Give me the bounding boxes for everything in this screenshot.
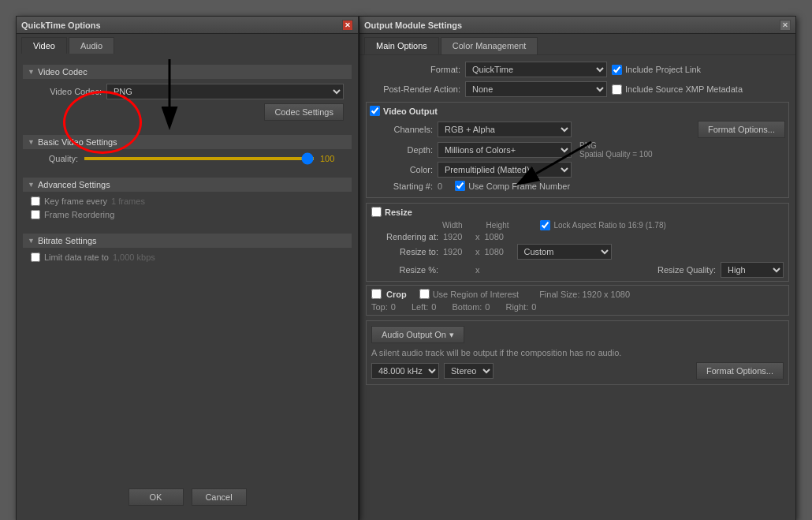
- video-output-section: Video Output Channels: RGB + Alpha Forma…: [366, 102, 789, 198]
- tab-audio[interactable]: Audio: [69, 37, 114, 54]
- collapse-arrow-icon2: ▼: [28, 138, 35, 146]
- keyframe-label: Key frame every: [44, 196, 107, 206]
- lock-aspect-checkbox[interactable]: [540, 220, 550, 230]
- include-xmp-label: Include Source XMP Metadata: [612, 84, 743, 95]
- png-info-line1: PNG: [579, 141, 653, 150]
- format-options-button[interactable]: Format Options...: [698, 121, 785, 138]
- crop-checkbox[interactable]: [371, 289, 382, 299]
- rendering-x: x: [475, 232, 480, 241]
- color-row: Color: Premultiplied (Matted): [370, 162, 785, 178]
- crop-section: Crop Use Region of Interest Final Size: …: [366, 285, 789, 316]
- left-label: Left:: [412, 302, 428, 312]
- limit-rate-row: Limit data rate to 1,000 kbps: [31, 253, 344, 262]
- quicktime-title: QuickTime Options: [21, 21, 101, 30]
- qt-content: ▼ Video Codec Video Codec: PNG Codec Set…: [17, 54, 358, 520]
- right-label: Right:: [505, 302, 528, 312]
- oms-form: Format: QuickTime Include Project Link P…: [359, 55, 795, 396]
- post-render-label: Post-Render Action:: [366, 84, 460, 94]
- resize-pct-label: Resize %:: [371, 265, 438, 275]
- audio-format-options-button[interactable]: Format Options...: [696, 362, 784, 380]
- bitrate-label: Bitrate Settings: [38, 236, 97, 245]
- bitrate-body: Limit data rate to 1,000 kbps: [23, 248, 352, 267]
- oms-close-button[interactable]: ✕: [780, 20, 791, 31]
- include-xmp-checkbox[interactable]: [612, 84, 622, 95]
- basic-video-body: Quality: 100: [23, 149, 352, 168]
- video-codec-dropdown[interactable]: PNG: [106, 84, 344, 99]
- codec-settings-button[interactable]: Codec Settings: [264, 103, 344, 121]
- rendering-width: 1920: [443, 232, 471, 241]
- video-codec-body: Video Codec: PNG Codec Settings: [23, 79, 352, 125]
- bottom-label: Bottom:: [452, 302, 482, 312]
- quality-row: Quality: 100: [31, 154, 344, 163]
- crop-top: Top: 0: [371, 302, 396, 312]
- advanced-body: Key frame every 1 frames Frame Reorderin…: [23, 192, 352, 224]
- video-codec-header[interactable]: ▼ Video Codec: [23, 65, 352, 79]
- width-col-header: Width: [442, 221, 463, 230]
- use-comp-frame-checkbox[interactable]: [455, 181, 465, 191]
- video-output-checkbox[interactable]: [370, 106, 380, 116]
- color-label: Color:: [370, 165, 433, 174]
- cancel-button[interactable]: Cancel: [192, 488, 247, 506]
- frame-reorder-label: Frame Reordering: [44, 210, 114, 219]
- starting-row: Starting #: 0 Use Comp Frame Number: [370, 181, 785, 191]
- post-render-dropdown[interactable]: None: [465, 81, 607, 97]
- format-dropdown[interactable]: QuickTime: [465, 62, 607, 77]
- oms-title-bar: Output Module Settings ✕: [359, 17, 795, 34]
- quality-slider[interactable]: [84, 157, 314, 160]
- resize-section: Resize Width Height Lock Aspect Ratio to…: [366, 203, 789, 282]
- bitrate-section: ▼ Bitrate Settings Limit data rate to 1,…: [23, 234, 352, 267]
- qt-button-bar: OK Cancel: [23, 481, 352, 514]
- resize-preset-dropdown[interactable]: Custom: [517, 244, 612, 260]
- limit-rate-value: 1,000 kbps: [113, 253, 155, 262]
- close-button[interactable]: ✕: [342, 20, 353, 31]
- bitrate-header[interactable]: ▼ Bitrate Settings: [23, 234, 352, 248]
- resize-checkbox[interactable]: [371, 207, 382, 217]
- crop-left: Left: 0: [412, 302, 437, 312]
- channels-audio-dropdown[interactable]: Stereo: [444, 363, 494, 379]
- keyframe-row: Key frame every 1 frames: [31, 196, 344, 206]
- starting-label: Starting #:: [370, 181, 433, 191]
- basic-video-header[interactable]: ▼ Basic Video Settings: [23, 135, 352, 149]
- audio-output-button[interactable]: Audio Output On ▾: [371, 326, 464, 343]
- include-project-link-checkbox[interactable]: [612, 65, 622, 75]
- advanced-header[interactable]: ▼ Advanced Settings: [23, 178, 352, 192]
- include-project-link-text: Include Project Link: [625, 65, 701, 74]
- use-comp-frame-text: Use Comp Frame Number: [468, 181, 570, 191]
- output-module-window: Output Module Settings ✕ Main Options Co…: [359, 16, 796, 520]
- rendering-height: 1080: [485, 232, 512, 241]
- tab-color-management[interactable]: Color Management: [441, 37, 538, 54]
- color-dropdown[interactable]: Premultiplied (Matted): [438, 162, 572, 178]
- limit-rate-checkbox[interactable]: [31, 253, 40, 262]
- frame-reorder-checkbox[interactable]: [31, 210, 40, 219]
- crop-coords: Top: 0 Left: 0 Bottom: 0 Right: 0: [371, 302, 784, 312]
- basic-video-section: ▼ Basic Video Settings Quality: 100: [23, 135, 352, 168]
- tab-video[interactable]: Video: [21, 37, 67, 54]
- use-comp-frame-label: Use Comp Frame Number: [455, 181, 570, 191]
- resize-quality-dropdown[interactable]: High: [721, 262, 784, 278]
- top-value: 0: [391, 302, 396, 312]
- height-col-header: Height: [486, 221, 509, 230]
- collapse-arrow-icon4: ▼: [28, 237, 35, 245]
- frame-reorder-row: Frame Reordering: [31, 210, 344, 219]
- channels-label: Channels:: [370, 125, 433, 134]
- title-bar-buttons: ✕: [342, 20, 353, 31]
- post-render-row: Post-Render Action: None Include Source …: [366, 81, 789, 97]
- depth-dropdown[interactable]: Millions of Colors+: [438, 142, 572, 158]
- rendering-at-label: Rendering at:: [371, 232, 438, 241]
- oms-tab-bar: Main Options Color Management: [359, 34, 795, 55]
- video-codec-row: Video Codec: PNG: [31, 84, 344, 99]
- advanced-label: Advanced Settings: [38, 180, 110, 189]
- crop-label: Crop: [386, 290, 407, 299]
- advanced-section: ▼ Advanced Settings Key frame every 1 fr…: [23, 178, 352, 224]
- resize-to-x: x: [475, 247, 480, 256]
- quicktime-window: QuickTime Options ✕ Video Audio ▼ Video …: [16, 16, 359, 520]
- resize-pct-row: Resize %: x Resize Quality: High: [371, 262, 784, 278]
- ok-button[interactable]: OK: [129, 488, 184, 506]
- channels-dropdown[interactable]: RGB + Alpha: [438, 122, 572, 137]
- audio-controls: 48.000 kHz Stereo Format Options...: [371, 362, 784, 380]
- keyframe-checkbox[interactable]: [31, 196, 40, 206]
- use-roi-checkbox[interactable]: [419, 289, 430, 299]
- sample-rate-dropdown[interactable]: 48.000 kHz: [371, 363, 439, 379]
- tab-main-options[interactable]: Main Options: [364, 37, 439, 54]
- quicktime-dialog: QuickTime Options ✕ Video Audio ▼ Video …: [16, 16, 359, 520]
